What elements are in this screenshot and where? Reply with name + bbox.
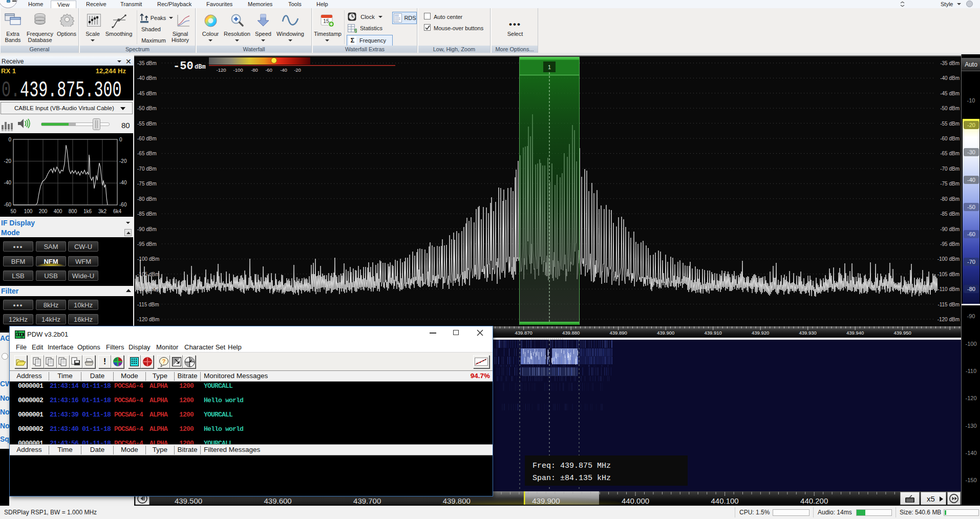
svg-text:-45 dBm: -45 dBm [137,91,157,96]
svg-text:-80: -80 [251,67,258,73]
svg-text:800: 800 [69,209,77,214]
svg-text:440.000: 440.000 [622,496,649,505]
svg-text:?: ? [162,358,166,364]
svg-text:439.950: 439.950 [894,330,911,336]
svg-text:Freq: 439.875 MHz: Freq: 439.875 MHz [532,462,611,470]
svg-text:439.870: 439.870 [515,330,532,336]
svg-text:-20: -20 [294,67,301,73]
svg-text:-120 dBm: -120 dBm [137,317,159,322]
svg-text:439.900: 439.900 [657,330,674,336]
svg-text:-60 dBm: -60 dBm [137,136,157,141]
svg-text:-50 dBm: -50 dBm [137,106,157,111]
svg-text:Span: ±84.135 kHz: Span: ±84.135 kHz [532,474,611,483]
svg-text:-35 dBm: -35 dBm [137,60,157,66]
svg-text:6k4: 6k4 [113,209,122,214]
svg-text:-120 dBm: -120 dBm [938,317,960,322]
svg-text:dBm: dBm [195,64,206,71]
svg-text:-70 dBm: -70 dBm [940,166,960,172]
svg-text:439.880: 439.880 [562,330,580,336]
svg-text:439.930: 439.930 [799,330,817,336]
svg-text:400: 400 [54,209,62,214]
svg-text:-40: -40 [119,180,127,185]
svg-text:-40: -40 [280,67,287,73]
svg-text:-95 dBm: -95 dBm [940,241,960,247]
svg-text:50: 50 [10,209,16,214]
svg-text:-80 dBm: -80 dBm [940,196,960,202]
svg-text:-100: -100 [233,67,243,73]
svg-text:-60: -60 [4,202,12,207]
svg-text:439.900: 439.900 [532,496,560,505]
svg-text:-50 dBm: -50 dBm [940,106,960,111]
svg-text:-100 dBm: -100 dBm [938,256,960,262]
svg-text:-40 dBm: -40 dBm [940,75,960,81]
svg-text:-110 dBm: -110 dBm [938,286,960,292]
svg-text:-80 dBm: -80 dBm [137,196,157,202]
svg-text:-45 dBm: -45 dBm [940,91,960,96]
svg-text:-90 dBm: -90 dBm [137,226,157,232]
svg-text:439.800: 439.800 [443,496,471,505]
svg-text:-35 dBm: -35 dBm [940,60,960,66]
svg-text:9: 9 [354,28,357,33]
svg-text:439.600: 439.600 [264,496,291,505]
svg-text:0: 0 [8,137,11,142]
svg-text:439.910: 439.910 [705,330,722,336]
svg-text:-60 dBm: -60 dBm [940,136,960,141]
svg-text:-85 dBm: -85 dBm [137,211,157,217]
svg-text:-60: -60 [265,67,272,73]
svg-text:-65 dBm: -65 dBm [137,151,157,156]
svg-text:-70 dBm: -70 dBm [137,166,157,172]
svg-text:-75 dBm: -75 dBm [940,181,960,186]
svg-text:200: 200 [39,209,48,214]
svg-text:-20: -20 [4,158,12,164]
svg-text:-60: -60 [119,202,127,207]
svg-text:439.500: 439.500 [175,496,202,505]
svg-text:-115 dBm: -115 dBm [938,302,960,307]
svg-text:-65 dBm: -65 dBm [940,151,960,156]
svg-text:1k6: 1k6 [83,209,92,214]
svg-text:0: 0 [119,137,122,142]
svg-text:439.920: 439.920 [752,330,769,336]
svg-text:-120: -120 [216,67,226,73]
svg-text:-40: -40 [4,180,12,185]
svg-text:439.890: 439.890 [610,330,627,336]
svg-text:100: 100 [24,209,33,214]
svg-text:439.940: 439.940 [846,330,864,336]
svg-text:-55 dBm: -55 dBm [940,121,960,127]
svg-text:1: 1 [548,64,551,70]
svg-text:-55 dBm: -55 dBm [137,121,157,127]
svg-text:440.100: 440.100 [711,496,738,505]
svg-text:-40 dBm: -40 dBm [137,75,157,81]
svg-text:-90 dBm: -90 dBm [940,226,960,232]
svg-text:-75 dBm: -75 dBm [137,181,157,186]
svg-text:3k2: 3k2 [98,209,107,214]
svg-text:-50: -50 [173,60,194,73]
svg-text:-85 dBm: -85 dBm [940,211,960,217]
svg-text:-20: -20 [119,158,127,164]
svg-text:439.700: 439.700 [353,496,381,505]
svg-text:-95 dBm: -95 dBm [137,241,157,247]
svg-text:440.200: 440.200 [800,496,828,505]
svg-text:-115 dBm: -115 dBm [137,302,159,307]
svg-text:-105 dBm: -105 dBm [938,272,960,277]
